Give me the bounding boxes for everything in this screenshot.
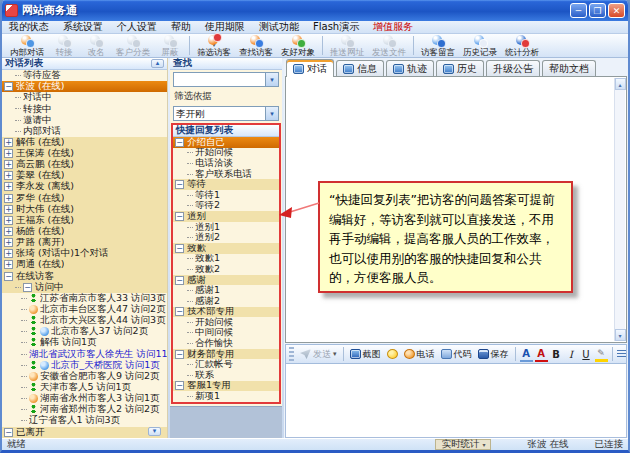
tab-track[interactable]: 轨迹 <box>386 60 434 76</box>
minimize-button[interactable]: ─ <box>570 3 587 18</box>
tree-row[interactable]: −道别 <box>173 211 279 222</box>
expand-icon[interactable]: + <box>4 194 13 203</box>
tree-row[interactable]: 解伟 访问1页 <box>2 337 167 348</box>
save-button[interactable]: 保存 <box>476 346 511 362</box>
tree-row[interactable]: 北京市大兴区客人44 访问3页 <box>2 315 167 326</box>
tab-info[interactable]: 信息 <box>336 60 384 76</box>
collapse-icon[interactable]: − <box>175 212 184 221</box>
tree-row[interactable]: 北京市丰台区客人47 访问2页 <box>2 304 167 315</box>
underline-icon[interactable]: U <box>580 347 593 362</box>
expand-icon[interactable]: + <box>4 227 13 236</box>
tree-row[interactable]: 北京市客人37 访问2页 <box>2 326 167 337</box>
collapse-icon[interactable]: − <box>175 244 184 253</box>
tree-row[interactable]: 河南省郑州市客人2 访问2页 <box>2 404 167 415</box>
tree-row[interactable]: +罗华 (在线) <box>2 193 167 204</box>
tree-row[interactable]: 江苏省南京市客人33 访问3页 <box>2 293 167 304</box>
expand-icon[interactable]: + <box>4 238 13 247</box>
tree-row[interactable]: −财务部专用 <box>173 349 279 360</box>
expand-icon[interactable]: + <box>4 171 13 180</box>
tree-row[interactable]: 等待应答 <box>2 70 167 81</box>
tree-row[interactable]: +杨皓 (在线) <box>2 226 167 237</box>
tree-row[interactable]: −等待 <box>173 179 279 190</box>
toolbar-button-block[interactable]: 屏蔽 <box>154 34 186 57</box>
tree-row[interactable]: 开始问候 <box>173 148 279 159</box>
collapse-icon[interactable]: − <box>4 82 13 91</box>
tab-history[interactable]: 历史 <box>436 60 484 76</box>
font-color-icon[interactable]: A <box>535 347 548 362</box>
smiley-button[interactable] <box>385 346 400 362</box>
tree-row[interactable]: 开始问候 <box>173 317 279 328</box>
expand-icon[interactable]: + <box>4 216 13 225</box>
tree-row[interactable]: +王保涛 (在线) <box>2 148 167 159</box>
tree-row[interactable]: 新项1 <box>173 391 279 402</box>
tree-row[interactable]: 湖南省永州市客人3 访问1页 <box>2 393 167 404</box>
scroll-down-icon[interactable]: ▾ <box>148 427 161 436</box>
message-input-area[interactable] <box>285 364 627 438</box>
scrollbar-down-icon[interactable]: ▾ <box>615 329 626 341</box>
toolbar-button-visitor-message[interactable]: 访客留言 <box>417 34 459 57</box>
tree-row[interactable]: 内部对话 <box>2 126 167 137</box>
tree-row[interactable]: 感谢2 <box>173 296 279 307</box>
collapse-icon[interactable]: − <box>175 381 184 390</box>
tree-row[interactable]: 致歉2 <box>173 264 279 275</box>
toolbar-button-customer-category[interactable]: 客户分类 <box>112 34 154 57</box>
toolbar-button-push-url[interactable]: 推送网址 <box>326 34 368 57</box>
menu-item-flash-demo[interactable]: Flash演示 <box>306 20 366 34</box>
send-button[interactable]: 发送▾ <box>298 346 339 362</box>
tree-row[interactable]: 致歉1 <box>173 254 279 265</box>
tree-row[interactable]: +周通 (在线) <box>2 259 167 270</box>
tree-row[interactable]: +时大伟 (在线) <box>2 204 167 215</box>
collapse-icon[interactable]: − <box>175 307 184 316</box>
collapse-icon[interactable]: − <box>4 428 13 437</box>
toolbar-button-filter-visitor[interactable]: ▾筛选访客 <box>193 34 235 57</box>
bold-icon[interactable]: B <box>550 347 563 362</box>
expand-icon[interactable]: + <box>4 205 13 214</box>
code-button[interactable]: 代码 <box>439 346 474 362</box>
tree-row[interactable]: −张波 (在线) <box>2 81 167 92</box>
numbered-list-icon[interactable] <box>617 350 626 359</box>
toolbar-button-transfer[interactable]: 转接 <box>48 34 80 57</box>
toolbar-button-history-record[interactable]: 历史记录 <box>459 34 501 57</box>
realtime-stats-button[interactable]: 实时统计 ▾ <box>435 439 491 450</box>
toolbar-button-internal-chat[interactable]: 内部对话 <box>6 34 48 57</box>
tree-row[interactable]: −已离开 <box>2 427 167 438</box>
close-button[interactable]: ✕ <box>608 3 625 18</box>
tree-row[interactable]: −在线访客 <box>2 271 167 282</box>
highlight-icon[interactable]: ✎ <box>595 347 608 362</box>
collapse-icon[interactable]: − <box>4 272 13 281</box>
filter-combobox[interactable]: 李开刚 ▾ <box>173 106 279 121</box>
tree-row[interactable]: 联系 <box>173 370 279 381</box>
menu-item-system-settings[interactable]: 系统设置 <box>56 20 110 34</box>
tree-row[interactable]: −介绍自己 <box>173 137 279 148</box>
scroll-up-icon[interactable]: ▴ <box>151 59 164 68</box>
toolbar-button-stats-analysis[interactable]: 统计分析 <box>501 34 543 57</box>
tree-row[interactable]: 中间问候 <box>173 328 279 339</box>
tree-row[interactable]: +高云鹏 (在线) <box>2 159 167 170</box>
collapse-icon[interactable]: − <box>175 138 184 147</box>
tab-chat[interactable]: 对话 <box>286 59 334 77</box>
tree-row[interactable]: 湖北省武汉市客人徐先生 访问11页 <box>2 349 167 360</box>
search-dropdown-icon[interactable]: ▾ <box>265 73 278 86</box>
menu-item-usage-period[interactable]: 使用期限 <box>198 20 252 34</box>
tree-row[interactable]: 电话洽谈 <box>173 158 279 169</box>
tree-row[interactable]: −访问中 <box>2 282 167 293</box>
tree-row[interactable]: 对话中 <box>2 92 167 103</box>
tree-row[interactable]: 等待2 <box>173 201 279 212</box>
menu-item-help[interactable]: 帮助 <box>164 20 198 34</box>
tree-row[interactable]: −技术部专用 <box>173 307 279 318</box>
menu-item-personal-settings[interactable]: 个人设置 <box>110 20 164 34</box>
tree-row[interactable]: +姜翠 (在线) <box>2 170 167 181</box>
tree-row[interactable]: 邀请中 <box>2 115 167 126</box>
tree-row[interactable]: 合作愉快 <box>173 338 279 349</box>
tree-row[interactable]: 天津市客人5 访问1页 <box>2 382 167 393</box>
tree-row[interactable]: −感谢 <box>173 275 279 286</box>
collapse-icon[interactable]: − <box>175 180 184 189</box>
tree-row[interactable]: +王福东 (在线) <box>2 215 167 226</box>
tree-row[interactable]: 感谢1 <box>173 285 279 296</box>
tree-row[interactable]: −致歉 <box>173 243 279 254</box>
tree-row[interactable]: 道别2 <box>173 232 279 243</box>
toolbar-grip[interactable] <box>289 347 294 361</box>
tree-row[interactable]: 等待1 <box>173 190 279 201</box>
tree-row[interactable]: 道别1 <box>173 222 279 233</box>
collapse-icon[interactable]: − <box>175 350 184 359</box>
